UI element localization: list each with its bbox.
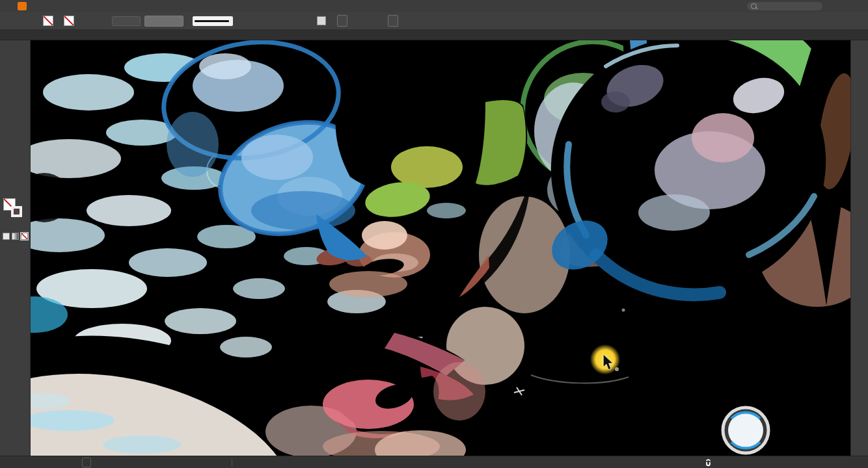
stroke-swatch[interactable]	[64, 16, 74, 26]
toolbar-swatches	[0, 196, 30, 233]
control-bar	[0, 12, 868, 30]
brush-stroke-preview	[195, 20, 229, 22]
search-box[interactable]	[747, 2, 822, 10]
status-separator	[232, 459, 232, 466]
none-mode-button[interactable]	[21, 233, 28, 240]
fill-swatch[interactable]	[43, 16, 53, 26]
app-logo-icon[interactable]	[18, 2, 27, 10]
menu-bar	[0, 0, 868, 13]
brush-definition-field[interactable]	[193, 16, 233, 26]
rrcg-watermark-logo	[717, 402, 860, 462]
gradient-mode-button[interactable]	[12, 233, 19, 240]
artboard-field[interactable]	[82, 458, 91, 467]
style-swatch[interactable]	[317, 16, 326, 25]
udemy-icon	[704, 459, 712, 467]
document-tab-bar	[0, 29, 868, 40]
panel-dock	[850, 40, 868, 456]
toolbar-stroke-swatch[interactable]	[11, 206, 22, 217]
width-profile-field[interactable]	[144, 16, 183, 27]
color-mode-button[interactable]	[3, 233, 10, 240]
stroke-weight-field[interactable]	[112, 16, 141, 26]
document-setup-button[interactable]	[337, 15, 347, 27]
udemy-logo	[704, 459, 714, 467]
artwork-canvas[interactable]	[30, 40, 851, 456]
window-controls	[848, 0, 865, 12]
tools-panel	[0, 40, 31, 456]
illustrator-window: { "titlebar": { "app_icon": "Ai", "menus…	[0, 0, 868, 468]
paint-mode-buttons	[0, 233, 30, 240]
search-icon	[751, 3, 757, 9]
search-input[interactable]	[759, 3, 814, 10]
preferences-button[interactable]	[388, 15, 398, 27]
